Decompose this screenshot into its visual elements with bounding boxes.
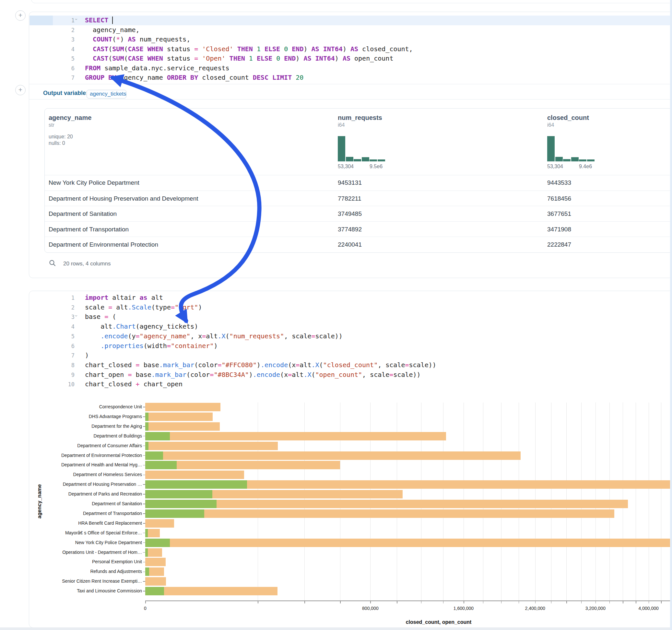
line-number: 1 bbox=[62, 16, 75, 25]
histogram-max-label: 9.5e6 bbox=[369, 164, 383, 169]
table-cell: 7782211 bbox=[338, 191, 361, 207]
histogram-bar bbox=[563, 159, 571, 162]
x-axis-tick bbox=[535, 601, 536, 603]
y-axis-title: agency_name bbox=[37, 469, 43, 534]
column-header[interactable]: num_requests bbox=[338, 114, 382, 122]
y-axis-label: New York City Police Department bbox=[42, 540, 142, 545]
x-axis-tick-label: 0 bbox=[123, 606, 168, 611]
y-axis-label: Department of Transportation bbox=[42, 511, 142, 516]
y-axis-label: Department for the Aging bbox=[42, 423, 142, 429]
x-axis-tick bbox=[519, 601, 519, 603]
chart-gridline bbox=[661, 403, 661, 601]
y-axis-label: Correspondence Unit bbox=[42, 404, 142, 409]
y-axis-label: DHS Advantage Programs bbox=[42, 414, 142, 419]
bar-open-count bbox=[145, 539, 170, 547]
table-row[interactable]: Department of Transportation377489234719… bbox=[45, 221, 672, 237]
x-axis-tick bbox=[421, 601, 422, 603]
x-axis-tick bbox=[661, 601, 662, 603]
output-variable-label: Output variable: bbox=[43, 90, 88, 97]
x-axis-tick-label: 1,600,000 bbox=[441, 606, 486, 611]
histogram-bar bbox=[571, 157, 579, 162]
histogram-bar bbox=[378, 160, 385, 162]
bar-open-count bbox=[145, 500, 217, 508]
bar-closed-count bbox=[145, 470, 244, 479]
table-cell: 3471908 bbox=[547, 222, 571, 237]
bar-open-count bbox=[145, 548, 148, 557]
x-axis-tick-label: 3,200,000 bbox=[573, 606, 618, 611]
column-header[interactable]: agency_name bbox=[49, 114, 91, 122]
y-axis-tick bbox=[143, 455, 145, 456]
histogram-bar bbox=[555, 157, 563, 162]
y-axis-label: Mayorâ€ s Office of Special Enforce… bbox=[42, 530, 142, 535]
bar-closed-count bbox=[145, 519, 174, 528]
histogram-min-label: 53,304 bbox=[547, 164, 563, 169]
y-axis-tick bbox=[143, 533, 145, 533]
bar-closed-count bbox=[145, 403, 220, 411]
histogram-bar bbox=[354, 159, 361, 162]
x-axis-tick bbox=[463, 601, 464, 603]
table-cell: Department of Housing Preservation and D… bbox=[49, 191, 198, 207]
line-number: 3 bbox=[62, 35, 75, 44]
column-type: str bbox=[49, 122, 54, 128]
y-axis-tick bbox=[143, 572, 145, 572]
table-row[interactable]: Department of Environmental Protection22… bbox=[45, 237, 672, 252]
line-number: 5 bbox=[62, 54, 75, 64]
bar-closed-count bbox=[145, 500, 628, 508]
x-axis-tick bbox=[609, 601, 610, 603]
fold-chevron-icon[interactable]: › bbox=[74, 19, 79, 20]
bar-closed-count bbox=[145, 548, 162, 557]
code-line[interactable]: COUNT(*) AS num_requests, bbox=[85, 35, 190, 44]
table-row[interactable]: Department of Housing Preservation and D… bbox=[45, 191, 672, 207]
y-axis-tick bbox=[143, 426, 145, 427]
table-row[interactable]: Department of Sanitation37494853677651 bbox=[45, 206, 672, 222]
bar-open-count bbox=[145, 413, 148, 421]
bar-open-count bbox=[145, 587, 164, 595]
column-type: i64 bbox=[338, 122, 344, 128]
y-axis-label: Department of Housing Preservation … bbox=[42, 482, 142, 487]
code-line[interactable]: GROUP BY agency_name ORDER BY closed_cou… bbox=[85, 73, 304, 83]
altair-chart: Correspondence UnitDHS Advantage Program… bbox=[29, 291, 672, 627]
code-line[interactable]: CAST(SUM(CASE WHEN status = 'Closed' THE… bbox=[85, 44, 413, 54]
code-line[interactable]: FROM sample_data.nyc.service_requests bbox=[85, 64, 230, 73]
code-line[interactable]: CAST(SUM(CASE WHEN status = 'Open' THEN … bbox=[85, 54, 393, 64]
column-stat: unique: 20 bbox=[49, 134, 73, 140]
table-cell: 2240041 bbox=[338, 237, 362, 252]
bar-open-count bbox=[145, 509, 204, 518]
table-row[interactable]: New York City Police Department945313194… bbox=[45, 175, 672, 191]
notebook-page: { "editor": { "sql": { "active_line": 1,… bbox=[0, 0, 672, 630]
column-header[interactable]: closed_count bbox=[547, 114, 589, 122]
add-cell-button-middle[interactable]: + bbox=[15, 85, 26, 95]
histogram-bar bbox=[362, 157, 369, 162]
table-cell: 3749485 bbox=[338, 206, 362, 222]
table-cell: 7618456 bbox=[547, 191, 571, 207]
y-axis-label: Department of Parks and Recreation bbox=[42, 491, 142, 496]
table-cell: Department of Sanitation bbox=[49, 206, 117, 222]
code-line[interactable]: agency_name, bbox=[85, 25, 140, 35]
code-line[interactable]: SELECT bbox=[85, 16, 113, 25]
y-axis-tick bbox=[143, 494, 145, 494]
y-axis-tick bbox=[143, 407, 145, 407]
y-axis-label: Department of Consumer Affairs bbox=[42, 443, 142, 448]
search-icon[interactable] bbox=[49, 260, 56, 267]
output-variable-pill[interactable]: agency_tickets bbox=[87, 90, 126, 98]
python-cell: 1import altair as alt2scale = alt.Scale(… bbox=[29, 291, 672, 628]
y-axis-tick bbox=[143, 523, 145, 524]
table-cell: 9443533 bbox=[547, 175, 571, 191]
table-cell: New York City Police Department bbox=[49, 175, 139, 191]
bar-open-count bbox=[145, 461, 177, 469]
previous-cell-edge bbox=[31, 0, 672, 3]
x-axis-tick-label: 800,000 bbox=[347, 606, 393, 611]
histogram-bar bbox=[547, 136, 555, 162]
sql-code-area[interactable]: 1›SELECT 2 agency_name,3 COUNT(*) AS num… bbox=[29, 12, 672, 84]
y-axis-tick bbox=[143, 436, 145, 437]
bar-closed-count bbox=[145, 587, 278, 595]
y-axis-tick bbox=[143, 542, 145, 543]
bar-closed-count bbox=[145, 432, 446, 440]
add-cell-button-top[interactable]: + bbox=[15, 10, 26, 21]
sql-cell: 1›SELECT 2 agency_name,3 COUNT(*) AS num… bbox=[29, 12, 672, 278]
x-axis-tick bbox=[397, 601, 398, 603]
x-axis-tick bbox=[304, 601, 305, 603]
x-axis-tick-label: 2,400,000 bbox=[512, 606, 558, 611]
y-axis-label: Taxi and Limousine Commission bbox=[42, 588, 142, 593]
bar-closed-count bbox=[145, 509, 614, 518]
